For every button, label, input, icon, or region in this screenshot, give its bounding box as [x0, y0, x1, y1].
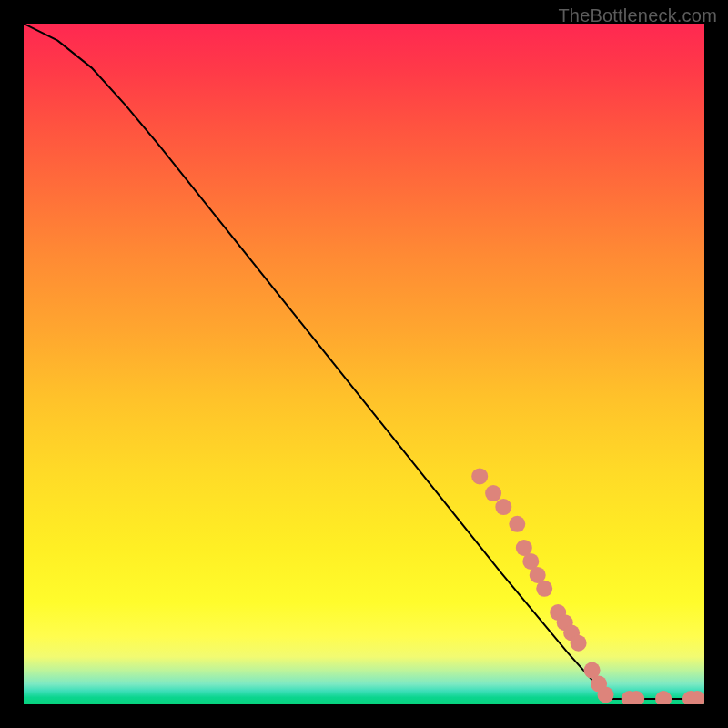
data-line	[24, 24, 704, 699]
data-marker	[598, 687, 614, 703]
data-marker	[485, 485, 501, 501]
data-marker	[471, 468, 488, 484]
chart-stage: TheBottleneck.com	[0, 0, 728, 728]
data-marker	[495, 499, 511, 515]
data-markers	[471, 468, 704, 704]
curve-line	[24, 24, 704, 699]
plot-area	[24, 24, 704, 704]
data-marker	[509, 516, 525, 532]
data-marker	[571, 635, 587, 652]
chart-svg	[24, 24, 704, 704]
data-marker	[536, 581, 552, 597]
data-marker	[655, 691, 672, 704]
